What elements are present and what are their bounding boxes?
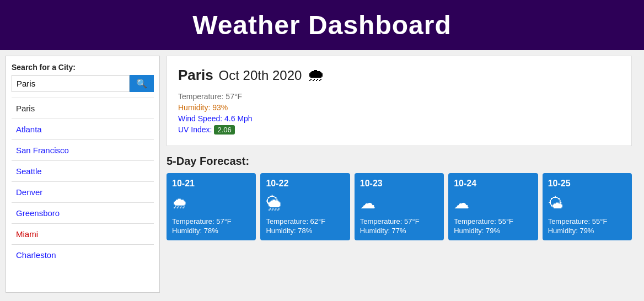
current-weather-icon: 🌧 [307, 65, 325, 85]
forecast-temp-4: Temperature: 55°F [454, 217, 532, 225]
forecast-title: 5-Day Forecast: [167, 155, 632, 168]
stat-uv-index: UV Index: 2.06 [178, 125, 620, 135]
sidebar: Search for a City: 🔍 Paris Atlanta San F… [6, 56, 160, 293]
sidebar-item-atlanta[interactable]: Atlanta [12, 119, 154, 139]
forecast-date-2: 10-22 [266, 179, 344, 189]
uv-value-badge: 2.06 [214, 125, 234, 135]
forecast-card-1021: 10-21 🌧 Temperature: 57°F Humidity: 78% [167, 173, 256, 240]
forecast-humidity-5: Humidity: 79% [548, 227, 626, 235]
stat-humidity: Humidity: 93% [178, 103, 620, 112]
forecast-date-4: 10-24 [454, 179, 532, 189]
rainy-cloud-icon: 🌧 [172, 194, 187, 212]
sidebar-item-denver[interactable]: Denver [12, 181, 154, 202]
forecast-cards: 10-21 🌧 Temperature: 57°F Humidity: 78% … [167, 173, 632, 240]
forecast-humidity-3: Humidity: 77% [360, 227, 438, 235]
main-layout: Search for a City: 🔍 Paris Atlanta San F… [0, 50, 644, 298]
stat-temperature: Temperature: 57°F [178, 92, 620, 101]
forecast-icon-2: 🌦 [266, 192, 344, 214]
search-button[interactable]: 🔍 [130, 75, 154, 92]
forecast-temp-5: Temperature: 55°F [548, 217, 626, 225]
forecast-humidity-2: Humidity: 78% [266, 227, 344, 235]
forecast-humidity-1: Humidity: 78% [172, 227, 250, 235]
search-input[interactable] [12, 75, 130, 92]
page-header: Weather Dashboard [0, 0, 644, 50]
forecast-card-1022: 10-22 🌦 Temperature: 62°F Humidity: 78% [260, 173, 350, 240]
current-city-name: Paris [178, 67, 213, 84]
sidebar-item-charleston[interactable]: Charleston [12, 244, 154, 265]
cloud-rain-icon: 🌦 [266, 194, 281, 212]
city-list: Paris Atlanta San Francisco Seattle Denv… [12, 98, 154, 265]
current-weather-card: Paris Oct 20th 2020 🌧 Temperature: 57°F … [167, 56, 632, 146]
forecast-date-5: 10-25 [548, 179, 626, 189]
current-city-date: Oct 20th 2020 [219, 68, 302, 83]
forecast-card-1023: 10-23 ☁ Temperature: 57°F Humidity: 77% [355, 173, 444, 240]
sidebar-item-miami[interactable]: Miami [12, 223, 154, 244]
forecast-date-1: 10-21 [172, 179, 250, 189]
search-label: Search for a City: [12, 63, 154, 72]
sidebar-item-paris[interactable]: Paris [12, 98, 154, 119]
forecast-humidity-4: Humidity: 79% [454, 227, 532, 235]
city-header: Paris Oct 20th 2020 🌧 [178, 65, 620, 85]
cloudy-icon-2: ☁ [454, 194, 469, 212]
forecast-date-3: 10-23 [360, 179, 438, 189]
forecast-icon-5: 🌤 [548, 192, 626, 214]
stat-wind-speed: Wind Speed: 4.6 Mph [178, 114, 620, 123]
forecast-card-1024: 10-24 ☁ Temperature: 55°F Humidity: 79% [448, 173, 538, 240]
sidebar-item-seattle[interactable]: Seattle [12, 160, 154, 181]
uv-label: UV Index: [178, 125, 212, 134]
forecast-temp-3: Temperature: 57°F [360, 217, 438, 225]
forecast-icon-3: ☁ [360, 192, 438, 214]
partly-cloudy-icon: 🌤 [548, 194, 564, 212]
forecast-temp-2: Temperature: 62°F [266, 217, 344, 225]
search-row: 🔍 [12, 75, 154, 92]
sidebar-item-greensboro[interactable]: Greensboro [12, 202, 154, 223]
weather-stats: Temperature: 57°F Humidity: 93% Wind Spe… [178, 92, 620, 135]
content-area: Paris Oct 20th 2020 🌧 Temperature: 57°F … [160, 56, 638, 293]
forecast-temp-1: Temperature: 57°F [172, 217, 250, 225]
forecast-section: 5-Day Forecast: 10-21 🌧 Temperature: 57°… [167, 155, 632, 240]
forecast-card-1025: 10-25 🌤 Temperature: 55°F Humidity: 79% [543, 173, 632, 240]
forecast-icon-4: ☁ [454, 192, 532, 214]
search-icon: 🔍 [136, 79, 147, 88]
cloudy-icon: ☁ [360, 194, 375, 212]
forecast-icon-1: 🌧 [172, 192, 250, 214]
sidebar-item-san-francisco[interactable]: San Francisco [12, 139, 154, 160]
header-title: Weather Dashboard [192, 10, 452, 40]
